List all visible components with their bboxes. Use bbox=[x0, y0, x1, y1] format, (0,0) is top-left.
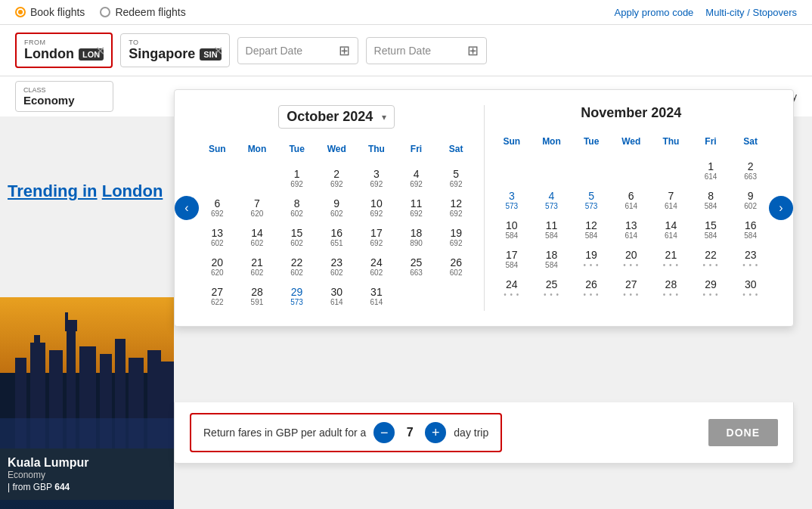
day-cell[interactable]: 23602 bbox=[317, 252, 357, 281]
day-cell[interactable]: 22602 bbox=[277, 252, 317, 281]
day-cell[interactable]: 12692 bbox=[436, 193, 476, 222]
day-cell[interactable]: 15584 bbox=[691, 215, 731, 244]
decrement-days-button[interactable]: − bbox=[373, 422, 395, 443]
day-cell[interactable]: 24• • • bbox=[492, 274, 532, 303]
day-cell[interactable]: 6614 bbox=[611, 185, 651, 215]
day-cell[interactable]: 1692 bbox=[277, 163, 317, 193]
day-cell[interactable]: 31614 bbox=[357, 281, 397, 311]
day-price: 602 bbox=[290, 239, 303, 247]
destination-image bbox=[0, 297, 174, 448]
day-cell[interactable]: 7620 bbox=[237, 193, 277, 222]
day-cell[interactable]: 11584 bbox=[532, 215, 572, 244]
promo-code-link[interactable]: Apply promo code bbox=[615, 7, 694, 18]
calendar-overlay: ‹ October 2024 ▾ Sun Mon Tue Wed Thu Fri… bbox=[174, 89, 794, 327]
day-price: 602 bbox=[330, 268, 343, 277]
day-cell[interactable]: 2692 bbox=[317, 163, 357, 193]
depart-date-field[interactable]: Depart Date ⊞ bbox=[237, 37, 358, 64]
day-number: 25 bbox=[411, 256, 423, 268]
day-cell[interactable]: 20620 bbox=[197, 252, 237, 281]
day-number: 19 bbox=[585, 249, 597, 261]
day-cell[interactable]: 15602 bbox=[277, 222, 317, 252]
day-cell[interactable]: 29573 bbox=[277, 281, 317, 311]
day-cell[interactable]: 27622 bbox=[197, 281, 237, 311]
done-button[interactable]: DONE bbox=[708, 419, 778, 446]
day-cell[interactable]: 14614 bbox=[651, 215, 691, 244]
day-cell[interactable]: 28591 bbox=[237, 281, 277, 311]
day-cell[interactable]: 10584 bbox=[492, 215, 532, 244]
multi-city-link[interactable]: Multi-city / Stopovers bbox=[705, 7, 797, 18]
day-cell[interactable]: 8602 bbox=[277, 193, 317, 222]
day-cell[interactable]: 8584 bbox=[691, 185, 731, 215]
day-cell[interactable]: 2663 bbox=[730, 156, 770, 185]
skyline-svg bbox=[0, 297, 174, 448]
day-number: 10 bbox=[370, 197, 383, 209]
increment-days-button[interactable]: + bbox=[425, 422, 446, 443]
day-price: 692 bbox=[290, 180, 303, 188]
day-cell[interactable]: 10692 bbox=[357, 193, 397, 222]
day-cell[interactable]: 5573 bbox=[572, 185, 612, 215]
day-cell[interactable]: 29• • • bbox=[691, 274, 731, 303]
day-price: 602 bbox=[450, 268, 463, 277]
day-cell[interactable]: 30• • • bbox=[730, 274, 770, 303]
day-number: 15 bbox=[705, 219, 717, 231]
day-number: 31 bbox=[370, 286, 383, 298]
day-cell[interactable]: 19692 bbox=[436, 222, 476, 252]
day-cell[interactable]: 18584 bbox=[532, 244, 572, 274]
day-cell[interactable]: 17692 bbox=[357, 222, 397, 252]
day-cell[interactable]: 12584 bbox=[572, 215, 612, 244]
day-cell[interactable]: 21• • • bbox=[651, 244, 691, 274]
day-cell[interactable]: 17584 bbox=[492, 244, 532, 274]
day-price: 584 bbox=[545, 231, 558, 240]
day-cell[interactable]: 13602 bbox=[197, 222, 237, 252]
day-number: 18 bbox=[411, 227, 423, 239]
october-header: October 2024 ▾ bbox=[197, 105, 476, 129]
day-cell[interactable]: 9602 bbox=[730, 185, 770, 215]
day-cell[interactable]: 25• • • bbox=[532, 274, 572, 303]
empty-cell bbox=[532, 156, 572, 185]
day-cell[interactable]: 11692 bbox=[396, 193, 436, 222]
day-cell[interactable]: 4573 bbox=[532, 185, 572, 215]
day-cell[interactable]: 22• • • bbox=[691, 244, 731, 274]
day-price: • • • bbox=[504, 290, 519, 299]
day-cell[interactable]: 18890 bbox=[396, 222, 436, 252]
next-month-button[interactable]: › bbox=[769, 196, 793, 220]
november-title: November 2024 bbox=[581, 105, 681, 121]
day-cell[interactable]: 26• • • bbox=[572, 274, 612, 303]
day-cell[interactable]: 16584 bbox=[730, 215, 770, 244]
day-cell[interactable]: 21602 bbox=[237, 252, 277, 281]
day-cell[interactable]: 24602 bbox=[357, 252, 397, 281]
trending-city-link[interactable]: London bbox=[102, 182, 163, 200]
svg-rect-8 bbox=[65, 312, 68, 321]
day-price: 614 bbox=[624, 231, 637, 240]
day-number: 22 bbox=[705, 249, 717, 261]
day-cell[interactable]: 1614 bbox=[691, 156, 731, 185]
destination-card[interactable]: Kuala Lumpur Economy | from GBP 644 bbox=[0, 297, 174, 509]
day-cell[interactable]: 19• • • bbox=[572, 244, 612, 274]
day-cell[interactable]: 3692 bbox=[357, 163, 397, 193]
empty-cell bbox=[651, 156, 691, 185]
day-cell[interactable]: 16651 bbox=[317, 222, 357, 252]
day-cell[interactable]: 13614 bbox=[611, 215, 651, 244]
day-cell[interactable]: 20• • • bbox=[611, 244, 651, 274]
day-cell[interactable]: 28• • • bbox=[651, 274, 691, 303]
day-cell[interactable]: 9602 bbox=[317, 193, 357, 222]
day-cell[interactable]: 23• • • bbox=[730, 244, 770, 274]
day-cell[interactable]: 14602 bbox=[237, 222, 277, 252]
prev-month-button[interactable]: ‹ bbox=[175, 196, 199, 220]
day-cell[interactable]: 6692 bbox=[197, 193, 237, 222]
day-cell[interactable]: 7614 bbox=[651, 185, 691, 215]
month-dropdown[interactable]: October 2024 ▾ bbox=[278, 105, 395, 129]
day-cell[interactable]: 5692 bbox=[436, 163, 476, 193]
day-cell[interactable]: 3573 bbox=[492, 185, 532, 215]
day-cell[interactable]: 30614 bbox=[317, 281, 357, 311]
day-number: 8 bbox=[294, 197, 300, 209]
day-price: 692 bbox=[450, 239, 463, 247]
day-cell[interactable]: 26602 bbox=[436, 252, 476, 281]
day-price: 584 bbox=[705, 202, 717, 210]
day-cell[interactable]: 4692 bbox=[396, 163, 436, 193]
dropdown-chevron-icon: ▾ bbox=[382, 112, 386, 123]
return-date-field[interactable]: Return Date ⊞ bbox=[366, 37, 487, 64]
day-cell[interactable]: 25663 bbox=[396, 252, 436, 281]
day-cell[interactable]: 27• • • bbox=[611, 274, 651, 303]
to-clear-button[interactable]: ✕ bbox=[213, 43, 223, 57]
